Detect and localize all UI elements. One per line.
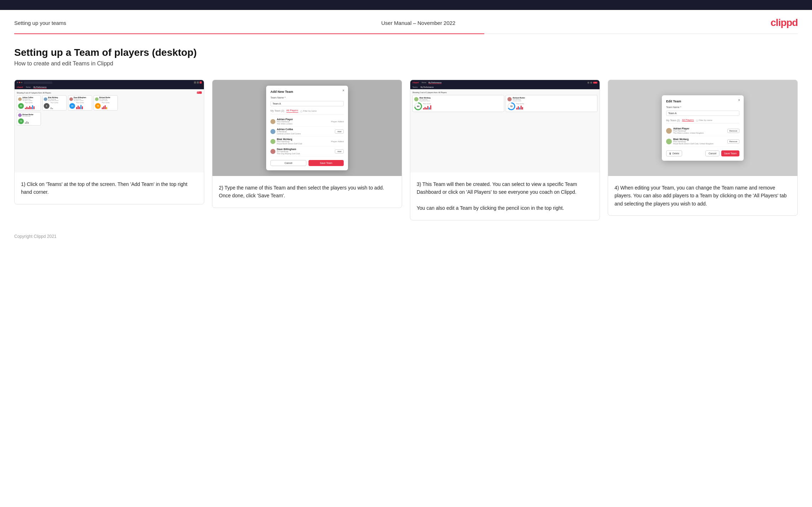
main-content: Setting up a Team of players (desktop) H… [0,34,812,228]
player-added-badge-1: Player Added [331,121,344,123]
player-list: Adrian Player Plus Handicap The Shire Lo… [270,117,344,156]
modal-footer: Cancel Save Team [270,160,344,166]
player-row-2: Adrian Coliba 5 Handicap Central London … [270,127,344,137]
edit-team-modal: Edit Team × Team Name * My Team (2) All … [662,95,744,161]
edit-player-name-2: Blair McHarg [673,138,713,140]
edit-modal-title: Edit Team [666,100,739,103]
clippd-logo: clippd [771,17,798,28]
player-row-4: Dave Billingham 5.8 Handicap The Oxg May… [270,146,344,156]
header: Setting up your teams User Manual – Nove… [0,10,812,33]
edit-avatar-2 [666,139,672,144]
cards-row: clippd Home My Performance Showing 4 out… [14,80,798,220]
card-4: Edit Team × Team Name * My Team (2) All … [608,80,798,216]
player-added-badge-3: Player Added [331,140,344,143]
edit-right-buttons: Cancel Save Team [705,150,739,156]
edit-modal-close-icon[interactable]: × [738,98,740,102]
edit-team-name-input[interactable] [666,111,739,116]
screenshot-1: clippd Home My Performance Showing 4 out… [15,80,204,172]
remove-player-button-1[interactable]: Remove [727,129,739,133]
modal-tabs: My Team (2) All Players ▢ Filter by name [270,109,344,114]
player-row-3: Blair McHarg Plus Handicap Royal North D… [270,137,344,146]
player-sub-1b: The Shire London [277,123,293,125]
player-avatar-2 [270,129,275,134]
edit-tab-my-team[interactable]: My Team (2) [666,119,680,122]
page-title: Setting up a Team of players (desktop) [14,47,798,58]
player-sub-4b: The Oxg Maying Golf Club [277,153,300,155]
edit-player-sub-1b: The Shire London, United Kingdom [673,132,704,134]
edit-player-row-2: Blair McHarg Plus Handicap Royal North D… [666,136,739,147]
team-name-input[interactable] [270,101,344,106]
player-name-3: Blair McHarg [277,138,302,140]
edit-tab-all-players[interactable]: All Players [682,119,694,122]
save-team-button[interactable]: Save Team [309,160,344,166]
add-player-button-4[interactable]: Add [335,149,344,154]
team-name-label: Team Name * [270,96,344,99]
card-1: clippd Home My Performance Showing 4 out… [14,80,204,204]
player-name-1: Adrian Player [277,118,293,121]
edit-team-name-label: Team Name * [666,106,739,108]
card-1-text: 1) Click on 'Teams' at the top of the sc… [15,172,204,204]
logo: clippd [771,17,798,28]
cancel-button[interactable]: Cancel [270,160,306,166]
edit-player-row-1: Adrian Player Plus Handicap The Shire Lo… [666,126,739,136]
screenshot-4: Edit Team × Team Name * My Team (2) All … [608,80,797,176]
edit-tabs: My Team (2) All Players ▢ Filter by name [666,119,739,123]
edit-modal-footer: 🗑 Delete Cancel Save Team [666,150,739,156]
player-sub-3b: Royal North Devon Golf Club [277,143,302,145]
footer-copyright: Copyright Clippd 2021 [0,228,812,244]
screenshot-2: Add New Team × Team Name * My Team (2) A… [212,80,402,176]
top-bar [0,0,812,10]
screenshot-3: clippd Home My Performance ✏ Teams [410,80,600,172]
player-avatar-3 [270,139,275,144]
tab-my-team[interactable]: My Team (2) [270,110,284,113]
player-avatar-1 [270,119,275,124]
edit-player-sub-2b: Royal North Devon Golf Club, United King… [673,143,713,145]
edit-filter: ▢ Filter by name [696,119,712,122]
player-row-1: Adrian Player Plus Handicap The Shire Lo… [270,117,344,127]
modal-add-title: Add New Team [270,90,344,94]
card-3: clippd Home My Performance ✏ Teams [410,80,600,220]
player-avatar-4 [270,149,275,154]
header-center-text: User Manual – November 2022 [381,20,455,26]
card-2-text: 2) Type the name of this Team and then s… [212,176,402,208]
remove-player-button-2[interactable]: Remove [727,139,739,144]
add-player-button-2[interactable]: Add [335,129,344,134]
player-name-4: Dave Billingham [277,148,300,150]
card-2: Add New Team × Team Name * My Team (2) A… [212,80,402,208]
page-subtitle: How to create and edit Teams in Clippd [14,60,798,67]
modal-close-icon[interactable]: × [342,89,344,92]
delete-button[interactable]: 🗑 Delete [666,150,682,156]
filter-by-name: ▢ Filter by name [300,110,317,112]
header-left-text: Setting up your teams [14,20,66,26]
edit-player-name-1: Adrian Player [673,127,704,130]
player-sub-2b: Central London Golf Centre [277,133,301,135]
card-3-text: 3) This Team will then be created. You c… [410,172,600,220]
trash-icon: 🗑 [669,152,671,155]
card-4-text: 4) When editing your Team, you can chang… [608,176,797,215]
player-name-2: Adrian Coliba [277,128,301,130]
tab-all-players[interactable]: All Players [286,109,298,113]
edit-avatar-1 [666,128,672,134]
add-new-team-modal: Add New Team × Team Name * My Team (2) A… [266,86,348,170]
delete-label: Delete [673,152,679,155]
edit-save-team-button[interactable]: Save Team [721,150,739,156]
edit-cancel-button[interactable]: Cancel [705,150,719,156]
